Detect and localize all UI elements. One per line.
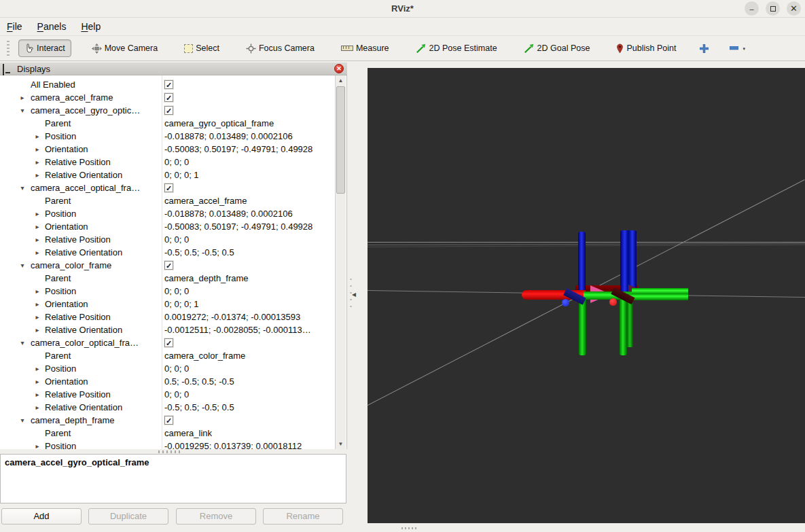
tree-row[interactable]: Parentcamera_depth_frame — [0, 272, 336, 285]
expander-closed-icon[interactable]: ▸ — [33, 220, 41, 233]
tree-row[interactable]: ▸Relative Position0; 0; 0 — [0, 156, 336, 169]
tree-row[interactable]: ▸Orientation0; 0; 0; 1 — [0, 298, 336, 311]
property-value[interactable]: -0.5; 0.5; -0.5; 0.5 — [164, 401, 234, 414]
tree-row[interactable]: ▸Position-0.018878; 0.013489; 0.0002106 — [0, 207, 336, 220]
tree-row[interactable]: Parentcamera_gyro_optical_frame — [0, 117, 336, 130]
add-button[interactable]: Add — [1, 508, 82, 525]
tree-row[interactable]: All Enabled✓ — [0, 78, 336, 91]
expander-open-icon[interactable]: ▾ — [18, 259, 26, 272]
tool-remove-tool-minus[interactable]: ▾ — [726, 42, 749, 54]
tool-focus-camera[interactable]: Focus Camera — [240, 39, 321, 58]
enabled-checkbox[interactable]: ✓ — [164, 80, 173, 89]
tree-row[interactable]: ▸Relative Orientation-0.0012511; -0.0028… — [0, 323, 336, 336]
property-value[interactable]: -0.50083; 0.50197; -0.49791; 0.49928 — [164, 220, 312, 233]
tool-interact[interactable]: Interact — [18, 39, 71, 57]
tree-row[interactable]: ▾camera_accel_optical_fra…✓ — [0, 181, 336, 194]
expander-open-icon[interactable]: ▾ — [18, 181, 26, 194]
expander-closed-icon[interactable]: ▸ — [33, 362, 41, 375]
tree-row[interactable]: ▸Position-0.018878; 0.013489; 0.0002106 — [0, 130, 336, 143]
tree-row[interactable]: Parentcamera_accel_frame — [0, 194, 336, 207]
tree-row[interactable]: ▸Position-0.0019295; 0.013739; 0.0001811… — [0, 440, 336, 449]
property-value[interactable]: 0; 0; 0; 1 — [164, 169, 199, 181]
menu-item-file[interactable]: File — [7, 21, 22, 32]
tree-row[interactable]: ▸Relative Orientation-0.5; 0.5; -0.5; 0.… — [0, 246, 336, 259]
expander-open-icon[interactable]: ▾ — [18, 414, 26, 427]
expander-closed-icon[interactable]: ▸ — [33, 375, 41, 388]
expander-closed-icon[interactable]: ▸ — [33, 246, 41, 259]
menu-item-panels[interactable]: Panels — [37, 21, 67, 32]
displays-panel-header[interactable]: Displays ✕ — [0, 63, 347, 75]
tree-row[interactable]: ▾camera_color_frame✓ — [0, 259, 336, 272]
panel-splitter-handle[interactable] — [158, 450, 180, 453]
property-value[interactable]: -0.0019295; 0.013739; 0.00018112 — [164, 440, 302, 449]
property-value[interactable]: 0; 0; 0 — [164, 362, 189, 375]
time-panel-handle[interactable] — [401, 527, 416, 529]
collapse-panel-arrow-icon[interactable]: ◂ — [352, 289, 356, 299]
enabled-checkbox[interactable]: ✓ — [164, 93, 173, 102]
expander-closed-icon[interactable]: ▸ — [18, 91, 26, 104]
property-value[interactable]: camera_accel_frame — [164, 194, 247, 207]
tool-publish-point[interactable]: Publish Point — [610, 39, 682, 58]
tree-row[interactable]: ▸Orientation-0.50083; 0.50197; -0.49791;… — [0, 220, 336, 233]
expander-open-icon[interactable]: ▾ — [18, 336, 26, 349]
tool-measure[interactable]: Measure — [335, 39, 395, 57]
expander-closed-icon[interactable]: ▸ — [33, 401, 41, 414]
tree-row[interactable]: Parentcamera_link — [0, 427, 336, 440]
property-value[interactable]: 0; 0; 0 — [164, 388, 189, 401]
tree-row[interactable]: ▸camera_accel_frame✓ — [0, 91, 336, 104]
expander-closed-icon[interactable]: ▸ — [33, 130, 41, 143]
expander-closed-icon[interactable]: ▸ — [33, 440, 41, 449]
property-value[interactable]: 0.0019272; -0.01374; -0.00013593 — [164, 311, 300, 323]
property-value[interactable]: 0; 0; 0 — [164, 233, 189, 246]
tree-row[interactable]: ▸Orientation-0.50083; 0.50197; -0.49791;… — [0, 143, 336, 156]
scrollbar-thumb[interactable] — [336, 86, 345, 194]
displays-close-icon[interactable]: ✕ — [334, 64, 344, 73]
enabled-checkbox[interactable]: ✓ — [164, 338, 173, 347]
tree-row[interactable]: ▸Relative Orientation0; 0; 0; 1 — [0, 169, 336, 181]
tool-select[interactable]: Select — [178, 39, 226, 57]
property-value[interactable]: -0.018878; 0.013489; 0.0002106 — [164, 207, 293, 220]
tool-2d-pose-estimate[interactable]: 2D Pose Estimate — [410, 39, 503, 58]
property-value[interactable]: 0; 0; 0 — [164, 156, 189, 169]
maximize-button[interactable] — [766, 1, 780, 16]
tree-row[interactable]: ▸Relative Position0.0019272; -0.01374; -… — [0, 311, 336, 323]
expander-closed-icon[interactable]: ▸ — [33, 323, 41, 336]
property-value[interactable]: -0.018878; 0.013489; 0.0002106 — [164, 130, 293, 143]
property-value[interactable]: -0.0012511; -0.0028055; -0.000113… — [164, 323, 311, 336]
property-value[interactable]: 0; 0; 0; 1 — [164, 298, 199, 311]
tool-add-tool-plus[interactable] — [696, 40, 712, 57]
expander-closed-icon[interactable]: ▸ — [33, 156, 41, 169]
expander-closed-icon[interactable]: ▸ — [33, 143, 41, 156]
tree-row[interactable]: ▾camera_color_optical_fra…✓ — [0, 336, 336, 349]
expander-closed-icon[interactable]: ▸ — [33, 311, 41, 323]
enabled-checkbox[interactable]: ✓ — [164, 106, 173, 115]
expander-closed-icon[interactable]: ▸ — [33, 233, 41, 246]
property-value[interactable]: 0; 0; 0 — [164, 285, 189, 298]
tree-row[interactable]: ▾camera_accel_gyro_optic…✓ — [0, 104, 336, 117]
3d-viewport[interactable] — [368, 68, 805, 523]
scroll-up-icon[interactable]: ▲ — [336, 75, 346, 86]
property-value[interactable]: 0.5; -0.5; 0.5; -0.5 — [164, 375, 234, 388]
enabled-checkbox[interactable]: ✓ — [164, 183, 173, 192]
expander-closed-icon[interactable]: ▸ — [33, 298, 41, 311]
enabled-checkbox[interactable]: ✓ — [164, 261, 173, 270]
expander-closed-icon[interactable]: ▸ — [33, 388, 41, 401]
tree-row[interactable]: ▸Relative Position0; 0; 0 — [0, 233, 336, 246]
dropdown-arrow-icon[interactable]: ▾ — [743, 46, 745, 52]
expander-closed-icon[interactable]: ▸ — [33, 207, 41, 220]
tree-scrollbar[interactable]: ▲ ▼ — [335, 75, 346, 449]
tree-row[interactable]: ▸Relative Orientation-0.5; 0.5; -0.5; 0.… — [0, 401, 336, 414]
expander-open-icon[interactable]: ▾ — [18, 104, 26, 117]
menu-item-help[interactable]: Help — [81, 21, 101, 32]
minimize-button[interactable]: – — [745, 1, 759, 16]
panel-viewport-splitter[interactable]: ◂ — [347, 63, 368, 532]
property-value[interactable]: camera_gyro_optical_frame — [164, 117, 274, 130]
property-value[interactable]: -0.5; 0.5; -0.5; 0.5 — [164, 246, 234, 259]
property-value[interactable]: camera_depth_frame — [164, 272, 249, 285]
tree-row[interactable]: ▸Relative Position0; 0; 0 — [0, 388, 336, 401]
tree-row[interactable]: ▸Position0; 0; 0 — [0, 362, 336, 375]
scroll-down-icon[interactable]: ▼ — [336, 439, 346, 449]
tree-row[interactable]: ▸Orientation0.5; -0.5; 0.5; -0.5 — [0, 375, 336, 388]
tool-move-camera[interactable]: Move Camera — [86, 39, 164, 58]
expander-closed-icon[interactable]: ▸ — [33, 169, 41, 181]
